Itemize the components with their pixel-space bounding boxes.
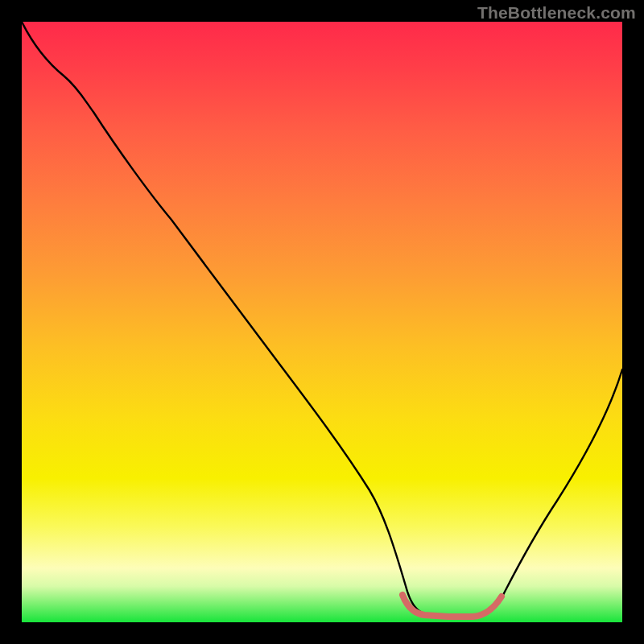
chart-frame: TheBottleneck.com bbox=[0, 0, 644, 644]
bottleneck-curve bbox=[22, 22, 622, 622]
chart-plot-area bbox=[22, 22, 622, 622]
curve-path bbox=[22, 22, 622, 616]
watermark-text: TheBottleneck.com bbox=[477, 3, 636, 23]
bottom-highlight-segment bbox=[402, 595, 502, 617]
